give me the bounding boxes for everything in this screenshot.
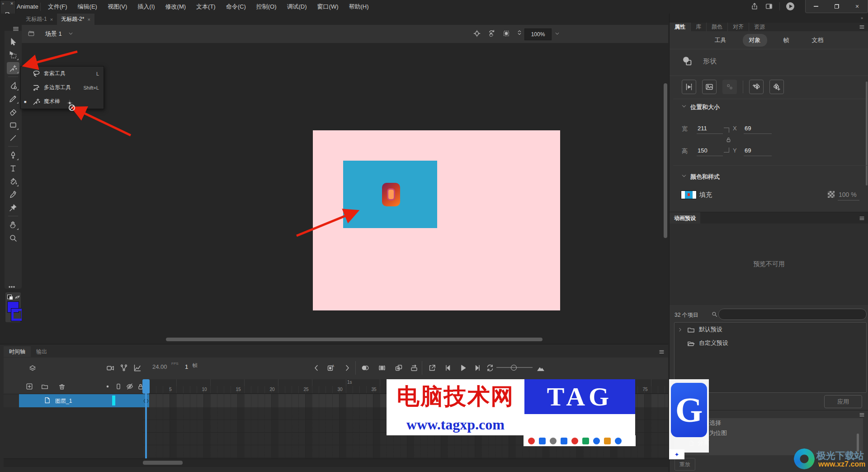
fill-color-swatch[interactable] xyxy=(681,191,697,199)
loopframe-icon[interactable] xyxy=(410,363,419,372)
apply-button[interactable]: 应用 xyxy=(824,395,862,408)
expand-panel-icon[interactable]: » xyxy=(2,1,4,6)
section-chevron-icon[interactable] xyxy=(681,173,687,179)
framebox-icon[interactable] xyxy=(114,382,123,391)
restore-button[interactable] xyxy=(826,0,847,13)
distribute-button[interactable] xyxy=(682,80,696,94)
menubar-item-4[interactable]: 修改(M) xyxy=(163,1,189,12)
panel-tab-2[interactable]: 颜色 xyxy=(706,23,727,31)
flyout-item-2[interactable]: ■魔术棒 xyxy=(21,95,104,109)
history-menu-icon[interactable] xyxy=(859,411,865,418)
selection-tool[interactable] xyxy=(7,36,19,48)
timeline-zoom-knob[interactable] xyxy=(511,365,517,371)
folder-icon[interactable] xyxy=(41,382,49,391)
height-value[interactable]: 150 xyxy=(698,147,708,154)
swap-colors-icon[interactable] xyxy=(14,294,21,300)
panel-tab-3[interactable]: 对齐 xyxy=(727,23,749,31)
property-mode-3[interactable]: 文档 xyxy=(806,34,830,47)
canvas-vscrollbar[interactable] xyxy=(664,83,667,238)
preset-folder-0[interactable]: 默认预设 xyxy=(675,323,866,336)
camera-icon[interactable] xyxy=(106,363,115,372)
imageicon-button[interactable] xyxy=(702,80,717,94)
rotate-stage-icon[interactable] xyxy=(487,29,495,38)
color-style-title[interactable]: 颜色和样式 xyxy=(690,173,720,181)
autokey-icon[interactable]: A xyxy=(326,363,335,372)
dot-icon[interactable] xyxy=(104,382,112,391)
eraser-tool[interactable] xyxy=(7,105,19,118)
menubar-item-6[interactable]: 命令(C) xyxy=(223,1,249,12)
panel-tab-0[interactable]: 属性 xyxy=(670,23,690,31)
trash-icon[interactable] xyxy=(58,382,66,391)
lasso-tool-group[interactable] xyxy=(7,62,19,74)
play-icon[interactable] xyxy=(458,363,467,372)
current-frame[interactable]: 1 xyxy=(185,363,188,370)
hierarchy-icon[interactable] xyxy=(119,363,128,372)
tab-close-icon[interactable]: × xyxy=(87,17,90,22)
property-mode-1[interactable]: 对象 xyxy=(743,34,767,47)
panel-options-icon[interactable] xyxy=(859,24,865,30)
property-mode-0[interactable]: 工具 xyxy=(708,34,733,47)
clubarrow-button[interactable] xyxy=(749,80,764,94)
layer-row-selected[interactable]: 图层_1 xyxy=(19,394,142,407)
close-panel-icon[interactable]: ✕ xyxy=(10,1,14,6)
fill-alpha-value[interactable]: 100 % xyxy=(839,191,857,198)
section-chevron-icon[interactable] xyxy=(681,103,687,110)
fluid-brush-tool[interactable] xyxy=(7,79,19,91)
plusbox-icon[interactable] xyxy=(25,382,33,391)
x-value[interactable]: 69 xyxy=(745,125,751,132)
playhead[interactable] xyxy=(142,379,150,394)
paint-bucket-tool[interactable] xyxy=(7,175,19,187)
panel-tab-4[interactable]: 资源 xyxy=(749,23,770,31)
eyeoff-icon[interactable] xyxy=(126,382,134,391)
menubar-item-2[interactable]: 视图(V) xyxy=(105,1,130,12)
clubplus-button[interactable] xyxy=(769,80,784,94)
classic-brush-tool[interactable] xyxy=(7,92,19,105)
exportloop-icon[interactable] xyxy=(428,363,437,372)
presets-menu-icon[interactable] xyxy=(859,215,865,222)
menubar-item-7[interactable]: 控制(O) xyxy=(254,1,279,12)
replay-button[interactable]: 重放 xyxy=(675,458,695,471)
zoom-stepper-icon[interactable] xyxy=(516,29,523,36)
zoom-dropdown-icon[interactable] xyxy=(554,31,560,37)
fps-value[interactable]: 24.00 xyxy=(152,363,167,370)
minimize-button[interactable] xyxy=(806,0,826,13)
layers-icon[interactable] xyxy=(28,363,37,372)
canvas-hscrollbar[interactable] xyxy=(166,338,542,341)
asset-warp-tool[interactable] xyxy=(7,201,19,214)
stepfwd-icon[interactable] xyxy=(473,363,482,372)
blue-rectangle-shape[interactable] xyxy=(343,161,437,228)
preset-search-input[interactable] xyxy=(718,309,867,320)
tab-close-icon[interactable]: × xyxy=(50,17,53,22)
share-icon[interactable] xyxy=(750,2,759,10)
timeline-tab-1[interactable]: 输出 xyxy=(31,346,52,357)
lock-proportions-icon[interactable] xyxy=(725,136,732,143)
more-tools-icon[interactable] xyxy=(8,283,16,291)
menubar-item-1[interactable]: 编辑(E) xyxy=(75,1,100,12)
menubar-item-9[interactable]: 窗口(W) xyxy=(315,1,341,12)
mountain-icon[interactable] xyxy=(536,363,545,372)
presets-tab[interactable]: 动画预设 xyxy=(670,212,700,224)
hand-tool[interactable] xyxy=(7,219,19,231)
preset-folder-1[interactable]: 自定义预设 xyxy=(675,336,866,350)
clip-content-icon[interactable] xyxy=(502,29,510,38)
timeline-hscrollbar[interactable] xyxy=(143,461,183,465)
flyout-item-0[interactable]: 套索工具L xyxy=(21,67,104,81)
onionlines-icon[interactable] xyxy=(377,363,387,372)
document-tab-1[interactable]: 无标题-2*× xyxy=(57,14,94,25)
line-tool[interactable] xyxy=(7,132,19,144)
scene-chevron-icon[interactable] xyxy=(68,31,74,37)
width-value[interactable]: 211 xyxy=(698,125,707,132)
flyout-item-1[interactable]: 多边形工具Shift+L xyxy=(21,81,104,95)
stepback-icon[interactable] xyxy=(443,363,453,372)
keyprev-icon[interactable] xyxy=(312,363,321,372)
eyedropper-tool[interactable] xyxy=(7,188,19,200)
stage-pasteboard[interactable] xyxy=(22,43,668,344)
panel-tab-1[interactable]: 库 xyxy=(690,23,706,31)
refreshloop-icon[interactable] xyxy=(486,363,495,372)
expand-icon[interactable] xyxy=(677,327,683,333)
onion-icon[interactable] xyxy=(361,363,370,372)
dock-collapse-icon[interactable]: » xyxy=(861,16,863,20)
rectangle-tool[interactable] xyxy=(7,119,19,131)
layer-row[interactable]: 图层_1 xyxy=(4,394,143,407)
timeline-menu-icon[interactable] xyxy=(658,348,665,355)
